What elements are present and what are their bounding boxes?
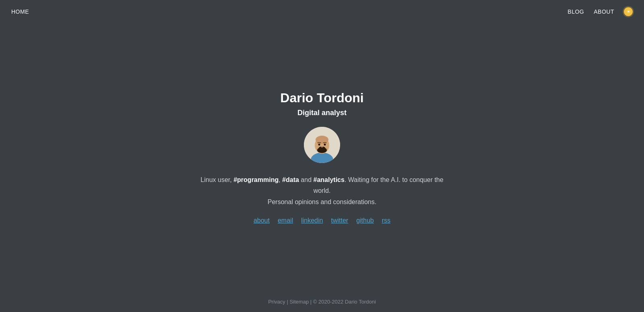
avatar	[304, 127, 340, 163]
footer-separator-2: |	[310, 299, 313, 305]
bio-data: #data	[282, 176, 299, 183]
about-social-link[interactable]: about	[254, 217, 270, 224]
svg-point-7	[318, 144, 320, 146]
bio-analytics: #analytics	[313, 176, 344, 183]
theme-toggle-button[interactable]: ☀	[624, 7, 633, 16]
main-content: Dario Tordoni Digital analyst	[0, 23, 644, 291]
footer: Privacy | Sitemap | © 2020-2022 Dario To…	[0, 291, 644, 312]
sun-icon: ☀	[626, 9, 631, 14]
social-links: about email linkedin twitter github rss	[254, 217, 390, 224]
svg-point-9	[321, 147, 323, 148]
home-link[interactable]: HOME	[11, 8, 29, 15]
footer-copyright: © 2020-2022 Dario Tordoni	[313, 299, 376, 305]
blog-link[interactable]: BLOG	[568, 8, 584, 15]
footer-text: Privacy | Sitemap | © 2020-2022 Dario To…	[268, 299, 376, 305]
linkedin-social-link[interactable]: linkedin	[301, 217, 323, 224]
nav-right-links: BLOG ABOUT ☀	[568, 7, 633, 16]
avatar-svg	[304, 127, 340, 163]
github-social-link[interactable]: github	[356, 217, 374, 224]
svg-point-4	[316, 136, 328, 144]
about-link[interactable]: ABOUT	[594, 8, 614, 15]
hero-title: Digital analyst	[297, 109, 347, 117]
hero-name: Dario Tordoni	[280, 91, 363, 105]
email-social-link[interactable]: email	[278, 217, 293, 224]
twitter-social-link[interactable]: twitter	[331, 217, 348, 224]
avatar-container	[304, 127, 340, 163]
nav-home[interactable]: HOME	[11, 8, 29, 15]
hero-bio: Linux user, #programming, #data and #ana…	[193, 174, 451, 207]
rss-social-link[interactable]: rss	[382, 217, 390, 224]
sitemap-link[interactable]: Sitemap	[289, 299, 309, 305]
navbar: HOME BLOG ABOUT ☀	[0, 0, 644, 23]
privacy-link[interactable]: Privacy	[268, 299, 285, 305]
bio-line2: Personal opinions and considerations.	[268, 198, 376, 205]
svg-point-8	[324, 144, 326, 146]
bio-programming: #programming	[233, 176, 279, 183]
hero-section: Dario Tordoni Digital analyst	[193, 91, 451, 224]
